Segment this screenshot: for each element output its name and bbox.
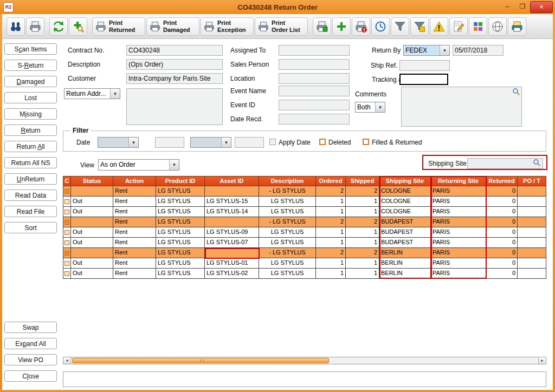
assigned-to-field[interactable]	[279, 45, 350, 56]
column-header-asset_id[interactable]: Asset ID	[205, 176, 259, 186]
scroll-right-icon[interactable]: ►	[538, 357, 546, 364]
cell-asset_id[interactable]	[205, 248, 259, 258]
cell-shipping_site[interactable]: BERLIN	[379, 248, 431, 258]
cell-description[interactable]: LG STYLUS	[259, 227, 316, 238]
cell-product_id[interactable]: LG STYLUS	[156, 269, 205, 279]
sidebar-button-missing[interactable]: Missing	[4, 108, 57, 120]
cell-status[interactable]	[71, 186, 113, 197]
filter-date-field-1[interactable]	[155, 137, 184, 148]
cell-returned[interactable]: 0	[486, 248, 518, 258]
cell-ordered[interactable]: 1	[316, 227, 346, 238]
cell-description[interactable]: LG STYLUS	[259, 258, 316, 269]
cell-po[interactable]	[518, 207, 546, 217]
chevron-down-icon[interactable]: ▼	[440, 45, 449, 55]
cell-shipped[interactable]: 2	[346, 217, 379, 227]
print-alert-icon[interactable]	[352, 17, 370, 36]
table-row[interactable]: OutRentLG STYLUSLG STYLUS-07LG STYLUS11B…	[63, 238, 546, 248]
column-header-action[interactable]: Action	[113, 176, 156, 186]
cell-po[interactable]	[518, 258, 546, 269]
cell-shipped[interactable]: 2	[346, 248, 379, 258]
sidebar-button-scan-items[interactable]: Scan Items	[4, 43, 57, 55]
view-dropdown[interactable]: As on Order ▼	[98, 159, 179, 171]
cell-po[interactable]	[518, 269, 546, 279]
return-addr-dropdown[interactable]: Return Addr... ▼	[64, 88, 120, 99]
cell-shipped[interactable]: 1	[346, 207, 379, 217]
chevron-down-icon[interactable]: ▼	[221, 138, 231, 147]
sidebar-button-unreturn[interactable]: UnReturn	[4, 173, 57, 185]
cell-product_id[interactable]: LG STYLUS	[156, 258, 205, 269]
sidebar-button-sort[interactable]: Sort	[4, 222, 57, 233]
row-select-checkbox[interactable]	[64, 210, 69, 214]
add-item-icon[interactable]	[332, 17, 351, 36]
cell-product_id[interactable]: LG STYLUS	[156, 238, 205, 248]
event-id-field[interactable]	[279, 100, 350, 110]
bottom-note-box[interactable]	[63, 371, 546, 387]
cell-status[interactable]	[71, 217, 113, 227]
cell-shipped[interactable]: 1	[346, 197, 379, 207]
column-header-returned[interactable]: Returned	[486, 176, 518, 186]
table-row[interactable]: RentLG STYLUS- LG STYLUS22BUDAPESTPARIS0	[63, 217, 546, 227]
cell-description[interactable]: LG STYLUS	[259, 207, 316, 217]
print-ship-icon[interactable]	[313, 17, 331, 36]
cell-status[interactable]: Out	[71, 227, 113, 238]
cell-shipping_site[interactable]: BUDAPEST	[379, 217, 431, 227]
cell-description[interactable]: LG STYLUS	[259, 269, 316, 279]
cell-status[interactable]: Out	[71, 197, 113, 207]
cell-action[interactable]: Rent	[113, 269, 156, 279]
cell-po[interactable]	[518, 238, 546, 248]
cell-shipping_site[interactable]: COLOGNE	[379, 186, 431, 197]
cell-asset_id[interactable]	[205, 186, 259, 197]
cell-asset_id[interactable]: LG STYLUS-07	[205, 238, 259, 248]
cell-po[interactable]	[518, 248, 546, 258]
search-icon[interactable]	[512, 88, 521, 96]
cell-status[interactable]	[71, 248, 113, 258]
cell-returned[interactable]: 0	[486, 186, 518, 197]
funnel-check-icon[interactable]	[410, 17, 429, 36]
cell-po[interactable]	[518, 197, 546, 207]
sidebar-button-return-all[interactable]: Return All	[4, 141, 57, 152]
cell-shipping_site[interactable]: BERLIN	[379, 269, 431, 279]
column-header-status[interactable]: Status	[71, 176, 113, 186]
comments-box[interactable]	[401, 87, 522, 127]
tracking-field[interactable]	[399, 74, 448, 85]
cell-ordered[interactable]: 1	[316, 238, 346, 248]
cell-asset_id[interactable]	[205, 217, 259, 227]
deleted-checkbox[interactable]	[319, 139, 326, 145]
cell-returning_site[interactable]: PARIS	[431, 248, 486, 258]
table-row[interactable]: OutRentLG STYLUSLG STYLUS-09LG STYLUS11B…	[63, 227, 546, 238]
cell-description[interactable]: LG STYLUS	[259, 238, 316, 248]
apply-date-checkbox[interactable]	[269, 139, 276, 145]
filter-date-combo-2[interactable]: ▼	[190, 137, 231, 148]
cell-returned[interactable]: 0	[486, 238, 518, 248]
world-clock-icon[interactable]	[488, 17, 507, 36]
table-row[interactable]: RentLG STYLUS- LG STYLUS22COLOGNEPARIS0	[63, 186, 546, 197]
sidebar-button-read-data[interactable]: Read Data	[4, 190, 57, 201]
comments-filter-dropdown[interactable]: Both ▼	[355, 102, 385, 113]
chevron-down-icon[interactable]: ▼	[128, 138, 138, 147]
table-row[interactable]: RentLG STYLUS- LG STYLUS22BERLINPARIS0	[63, 248, 546, 258]
cell-returning_site[interactable]: PARIS	[431, 238, 486, 248]
sidebar-button-read-file[interactable]: Read File	[4, 206, 57, 217]
cell-action[interactable]: Rent	[113, 186, 156, 197]
cell-returning_site[interactable]: PARIS	[431, 197, 486, 207]
horizontal-scrollbar[interactable]: ◄ ►	[63, 357, 546, 364]
cell-shipped[interactable]: 1	[346, 258, 379, 269]
print-icon[interactable]	[26, 17, 44, 36]
return-by-dropdown[interactable]: FEDEX ▼	[403, 45, 450, 56]
cell-asset_id[interactable]: LG STYLUS-01	[205, 258, 259, 269]
table-row[interactable]: OutRentLG STYLUSLG STYLUS-14LG STYLUS11C…	[63, 207, 546, 217]
cell-shipping_site[interactable]: BUDAPEST	[379, 227, 431, 238]
row-select-checkbox[interactable]	[64, 189, 69, 194]
maximize-button[interactable]: ❐	[515, 2, 530, 12]
cell-shipped[interactable]: 2	[346, 186, 379, 197]
print-button-damaged[interactable]: PrintDamaged	[146, 17, 199, 36]
cell-description[interactable]: - LG STYLUS	[259, 248, 316, 258]
funnel-icon[interactable]	[391, 17, 409, 36]
column-header-ordered[interactable]: Ordered	[316, 176, 346, 186]
cell-ordered[interactable]: 2	[316, 248, 346, 258]
cell-returning_site[interactable]: PARIS	[431, 207, 486, 217]
cell-action[interactable]: Rent	[113, 248, 156, 258]
cell-asset_id[interactable]: LG STYLUS-02	[205, 269, 259, 279]
cell-description[interactable]: - LG STYLUS	[259, 186, 316, 197]
sidebar-button-expand-all[interactable]: Expand All	[4, 338, 57, 349]
